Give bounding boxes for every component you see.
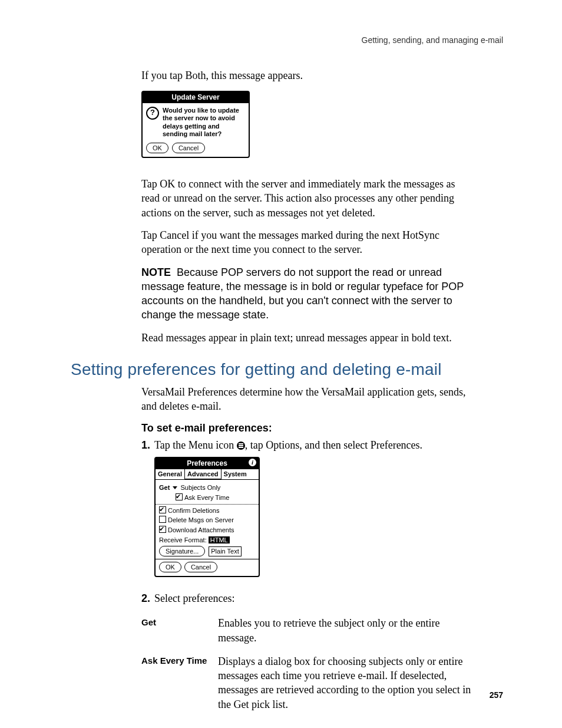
step-1: 1.Tap the Menu icon , tap Options, and t…	[141, 438, 471, 452]
step-1-text-a: Tap the Menu icon	[154, 439, 237, 451]
page: Getting, sending, and managing e-mail If…	[0, 0, 562, 728]
signature-button[interactable]: Signature...	[159, 546, 205, 556]
body-column: If you tap Both, this message appears. U…	[141, 68, 471, 345]
question-icon: ?	[146, 107, 159, 120]
def-get: Get Enables you to retrieve the subject …	[141, 616, 471, 645]
delete-checkbox[interactable]	[159, 516, 166, 523]
step-2: 2.Select preferences:	[141, 591, 471, 605]
confirm-row: Confirm Deletions	[159, 506, 255, 515]
paragraph-tap-cancel: Tap Cancel if you want the messages mark…	[141, 228, 471, 257]
receive-format-row: Receive Format: HTML	[159, 536, 255, 545]
confirm-checkbox[interactable]	[159, 506, 166, 513]
update-server-dialog: Update Server ? Would you like to update…	[141, 91, 250, 158]
dialog-body: ? Would you like to update the server no…	[143, 103, 249, 140]
prefs-cancel-button[interactable]: Cancel	[184, 562, 217, 572]
tab-general[interactable]: General	[156, 469, 185, 479]
note-body: Because POP servers do not support the r…	[141, 266, 464, 321]
dialog-titlebar: Update Server	[143, 92, 249, 103]
info-icon[interactable]: i	[249, 459, 256, 466]
delete-label: Delete Msgs on Server	[168, 516, 234, 523]
prefs-titlebar: Preferences i	[156, 458, 259, 469]
receive-format-selected[interactable]: HTML	[209, 536, 230, 543]
get-row: Get Subjects Only	[159, 483, 255, 492]
intro-paragraph: If you tap Both, this message appears.	[141, 68, 471, 83]
running-head: Getting, sending, and managing e-mail	[71, 35, 503, 45]
step-number-2: 2.	[141, 591, 154, 605]
prefs-tabs: General Advanced System	[156, 469, 259, 480]
ok-button[interactable]: OK	[146, 143, 168, 153]
dialog-title: Update Server	[171, 93, 219, 101]
delete-row: Delete Msgs on Server	[159, 516, 255, 525]
preferences-dialog: Preferences i General Advanced System Ge…	[154, 457, 260, 577]
ask-label: Ask Every Time	[184, 494, 229, 501]
page-number: 257	[490, 690, 503, 700]
prefs-button-row: OK Cancel	[156, 559, 259, 576]
get-value[interactable]: Subjects Only	[180, 484, 220, 491]
get-label: Get	[159, 484, 170, 491]
def-ask: Ask Every Time Displays a dialog box for…	[141, 654, 471, 711]
def-ask-desc: Displays a dialog box for choosing subje…	[218, 654, 471, 711]
receive-format-alt[interactable]: Plain Text	[209, 546, 242, 556]
paragraph-read-state: Read messages appear in plain text; unre…	[141, 331, 471, 345]
step-1-text-b: , tap Options, and then select Preferenc…	[245, 439, 422, 451]
section-intro: VersaMail Preferences determine how the …	[141, 385, 471, 414]
ask-row: Ask Every Time	[159, 493, 255, 502]
tab-advanced[interactable]: Advanced	[185, 469, 222, 480]
dropdown-icon[interactable]	[173, 486, 177, 489]
procedure-heading: To set e-mail preferences:	[141, 422, 471, 434]
definition-list: Get Enables you to retrieve the subject …	[141, 616, 471, 711]
body-column-2: VersaMail Preferences determine how the …	[141, 385, 471, 711]
dialog-button-row: OK Cancel	[143, 140, 249, 157]
tab-system[interactable]: System	[222, 469, 249, 479]
step-2-text: Select preferences:	[154, 592, 234, 604]
def-get-desc: Enables you to retrieve the subject only…	[218, 616, 471, 645]
prefs-title: Preferences	[187, 459, 227, 467]
confirm-label: Confirm Deletions	[168, 507, 219, 514]
paragraph-tap-ok: Tap OK to connect with the server and im…	[141, 177, 471, 220]
menu-icon	[237, 442, 245, 450]
note-label: NOTE	[141, 266, 171, 278]
receive-format-label: Receive Format:	[159, 536, 207, 543]
prefs-ok-button[interactable]: OK	[159, 562, 181, 572]
note-paragraph: NOTE Because POP servers do not support …	[141, 265, 471, 322]
ask-checkbox[interactable]	[176, 493, 183, 500]
divider	[156, 504, 259, 505]
dialog-message: Would you like to update the server now …	[163, 107, 245, 138]
download-row: Download Attachments	[159, 526, 255, 535]
download-checkbox[interactable]	[159, 526, 166, 533]
cancel-button[interactable]: Cancel	[172, 143, 205, 153]
section-heading: Setting preferences for getting and dele…	[71, 360, 503, 379]
signature-plain-row: Signature... Plain Text	[159, 546, 255, 556]
prefs-content: Get Subjects Only Ask Every Time Confirm…	[156, 480, 259, 559]
download-label: Download Attachments	[168, 526, 234, 533]
def-get-term: Get	[141, 616, 218, 645]
step-number: 1.	[141, 438, 154, 452]
def-ask-term: Ask Every Time	[141, 654, 218, 711]
